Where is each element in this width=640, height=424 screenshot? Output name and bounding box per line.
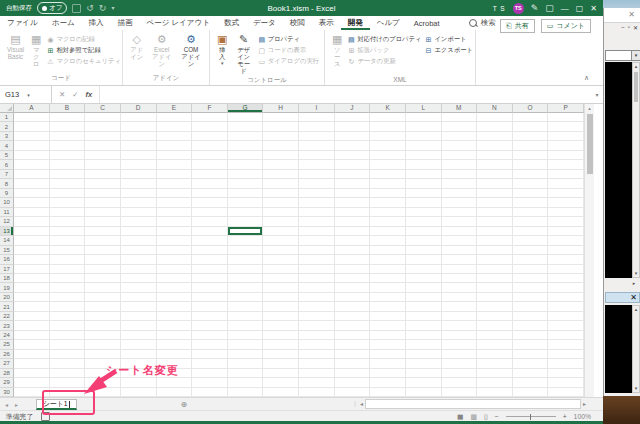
- cell-N23[interactable]: [477, 321, 513, 330]
- cell-P18[interactable]: [548, 274, 584, 283]
- cell-C18[interactable]: [85, 274, 121, 283]
- cell-B20[interactable]: [50, 293, 86, 302]
- column-header-H[interactable]: H: [263, 104, 299, 113]
- cell-N17[interactable]: [477, 265, 513, 274]
- cell-A2[interactable]: [14, 122, 50, 131]
- cell-L12[interactable]: [406, 217, 442, 226]
- cell-H18[interactable]: [263, 274, 299, 283]
- cell-A5[interactable]: [14, 151, 50, 160]
- cell-M26[interactable]: [442, 350, 478, 359]
- cell-C5[interactable]: [85, 151, 121, 160]
- cell-N6[interactable]: [477, 160, 513, 169]
- cell-C21[interactable]: [85, 302, 121, 311]
- close-icon[interactable]: ✕: [633, 24, 638, 34]
- cell-I10[interactable]: [299, 198, 335, 207]
- cell-B2[interactable]: [50, 122, 86, 131]
- cell-H29[interactable]: [263, 378, 299, 387]
- cell-D7[interactable]: [121, 170, 157, 179]
- cell-L8[interactable]: [406, 179, 442, 188]
- cell-B24[interactable]: [50, 331, 86, 340]
- cell-G2[interactable]: [228, 122, 264, 131]
- cell-L30[interactable]: [406, 388, 442, 397]
- cell-K8[interactable]: [370, 179, 406, 188]
- cell-M13[interactable]: [442, 227, 478, 236]
- cell-M11[interactable]: [442, 208, 478, 217]
- cell-P7[interactable]: [548, 170, 584, 179]
- cell-J23[interactable]: [335, 321, 371, 330]
- cell-N27[interactable]: [477, 359, 513, 368]
- cell-G21[interactable]: [228, 302, 264, 311]
- cell-L6[interactable]: [406, 160, 442, 169]
- cell-H27[interactable]: [263, 359, 299, 368]
- cell-E8[interactable]: [157, 179, 193, 188]
- cell-F13[interactable]: [192, 227, 228, 236]
- cell-M10[interactable]: [442, 198, 478, 207]
- cell-F10[interactable]: [192, 198, 228, 207]
- cell-D4[interactable]: [121, 141, 157, 150]
- cell-H5[interactable]: [263, 151, 299, 160]
- cell-P5[interactable]: [548, 151, 584, 160]
- cell-J22[interactable]: [335, 312, 371, 321]
- cell-J9[interactable]: [335, 189, 371, 198]
- cell-A29[interactable]: [14, 378, 50, 387]
- cell-J1[interactable]: [335, 113, 371, 122]
- cell-H24[interactable]: [263, 331, 299, 340]
- cell-I22[interactable]: [299, 312, 335, 321]
- cell-G11[interactable]: [228, 208, 264, 217]
- cell-H19[interactable]: [263, 283, 299, 292]
- cell-I28[interactable]: [299, 369, 335, 378]
- cell-F6[interactable]: [192, 160, 228, 169]
- cell-F20[interactable]: [192, 293, 228, 302]
- tab-review[interactable]: 校閲: [283, 16, 312, 30]
- cell-O26[interactable]: [513, 350, 549, 359]
- cell-A6[interactable]: [14, 160, 50, 169]
- visual-basic-button[interactable]: ▤ Visual Basic: [5, 33, 26, 61]
- cell-K16[interactable]: [370, 255, 406, 264]
- cell-B19[interactable]: [50, 283, 86, 292]
- cell-A27[interactable]: [14, 359, 50, 368]
- cell-J16[interactable]: [335, 255, 371, 264]
- column-header-E[interactable]: E: [157, 104, 193, 113]
- cell-N18[interactable]: [477, 274, 513, 283]
- cell-L29[interactable]: [406, 378, 442, 387]
- expand-formula-bar-icon[interactable]: ▾: [591, 86, 603, 103]
- cell-M24[interactable]: [442, 331, 478, 340]
- cell-A17[interactable]: [14, 265, 50, 274]
- cell-P30[interactable]: [548, 388, 584, 397]
- cell-A13[interactable]: [14, 227, 50, 236]
- cell-E30[interactable]: [157, 388, 193, 397]
- cell-C11[interactable]: [85, 208, 121, 217]
- tab-data[interactable]: データ: [246, 16, 283, 30]
- cell-K10[interactable]: [370, 198, 406, 207]
- cell-D30[interactable]: [121, 388, 157, 397]
- cell-D19[interactable]: [121, 283, 157, 292]
- cell-P6[interactable]: [548, 160, 584, 169]
- cell-A18[interactable]: [14, 274, 50, 283]
- cell-O11[interactable]: [513, 208, 549, 217]
- cell-N15[interactable]: [477, 246, 513, 255]
- cell-M17[interactable]: [442, 265, 478, 274]
- cell-I26[interactable]: [299, 350, 335, 359]
- cell-G7[interactable]: [228, 170, 264, 179]
- cell-F29[interactable]: [192, 378, 228, 387]
- cell-E19[interactable]: [157, 283, 193, 292]
- cell-B27[interactable]: [50, 359, 86, 368]
- cell-M18[interactable]: [442, 274, 478, 283]
- cell-I2[interactable]: [299, 122, 335, 131]
- cell-M1[interactable]: [442, 113, 478, 122]
- background-window-scrollbar[interactable]: ▴ ▾: [632, 62, 640, 278]
- cell-F27[interactable]: [192, 359, 228, 368]
- normal-view-icon[interactable]: ▦: [457, 413, 463, 421]
- cell-E23[interactable]: [157, 321, 193, 330]
- cell-P14[interactable]: [548, 236, 584, 245]
- cell-N1[interactable]: [477, 113, 513, 122]
- cell-H13[interactable]: [263, 227, 299, 236]
- save-icon[interactable]: [72, 4, 81, 13]
- cell-K9[interactable]: [370, 189, 406, 198]
- enter-icon[interactable]: ✓: [72, 90, 78, 99]
- cell-P23[interactable]: [548, 321, 584, 330]
- formula-input[interactable]: [100, 86, 591, 103]
- tab-help[interactable]: ヘルプ: [370, 16, 407, 30]
- cell-F4[interactable]: [192, 141, 228, 150]
- import-button[interactable]: ⊞ インポート: [424, 35, 473, 44]
